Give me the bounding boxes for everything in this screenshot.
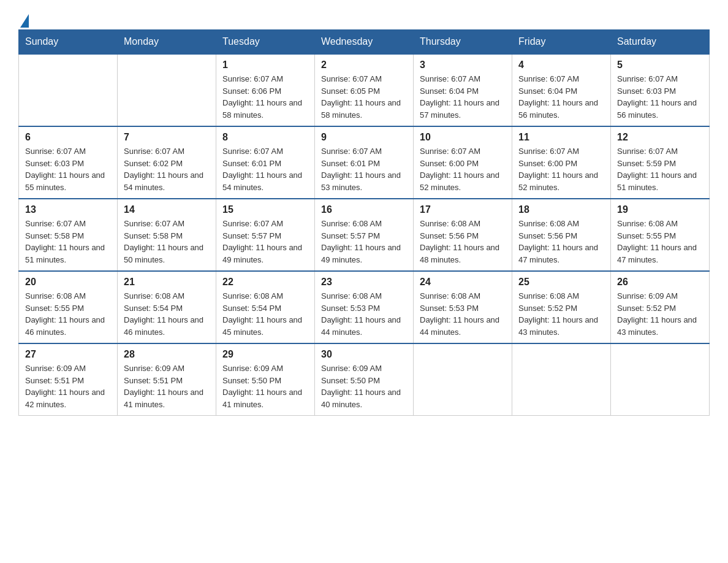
- day-info: Sunrise: 6:08 AMSunset: 5:54 PMDaylight:…: [124, 290, 210, 338]
- calendar-cell: 2Sunrise: 6:07 AMSunset: 6:05 PMDaylight…: [315, 54, 414, 126]
- calendar-cell: 23Sunrise: 6:08 AMSunset: 5:53 PMDayligh…: [315, 271, 414, 343]
- calendar-cell: 4Sunrise: 6:07 AMSunset: 6:04 PMDaylight…: [512, 54, 611, 126]
- day-info: Sunrise: 6:07 AMSunset: 6:01 PMDaylight:…: [222, 145, 308, 193]
- day-info: Sunrise: 6:08 AMSunset: 5:53 PMDaylight:…: [420, 290, 506, 338]
- calendar-week-row: 13Sunrise: 6:07 AMSunset: 5:58 PMDayligh…: [19, 199, 710, 271]
- weekday-header-wednesday: Wednesday: [315, 30, 414, 55]
- weekday-header-monday: Monday: [118, 30, 216, 55]
- day-info: Sunrise: 6:07 AMSunset: 5:58 PMDaylight:…: [124, 218, 210, 266]
- calendar-cell: 12Sunrise: 6:07 AMSunset: 5:59 PMDayligh…: [611, 126, 710, 199]
- day-number: 1: [222, 59, 308, 71]
- day-info: Sunrise: 6:07 AMSunset: 6:03 PMDaylight:…: [617, 73, 703, 121]
- day-info: Sunrise: 6:07 AMSunset: 6:02 PMDaylight:…: [124, 145, 210, 193]
- day-info: Sunrise: 6:08 AMSunset: 5:56 PMDaylight:…: [420, 218, 506, 266]
- weekday-header-saturday: Saturday: [611, 30, 710, 55]
- calendar-week-row: 27Sunrise: 6:09 AMSunset: 5:51 PMDayligh…: [19, 343, 710, 416]
- calendar-cell: 14Sunrise: 6:07 AMSunset: 5:58 PMDayligh…: [118, 199, 216, 271]
- day-number: 19: [617, 204, 703, 215]
- calendar-cell: 10Sunrise: 6:07 AMSunset: 6:00 PMDayligh…: [414, 126, 512, 199]
- calendar-cell: 6Sunrise: 6:07 AMSunset: 6:03 PMDaylight…: [19, 126, 118, 199]
- day-info: Sunrise: 6:09 AMSunset: 5:51 PMDaylight:…: [124, 362, 210, 410]
- day-info: Sunrise: 6:08 AMSunset: 5:56 PMDaylight:…: [518, 218, 604, 266]
- day-number: 9: [321, 132, 407, 143]
- day-info: Sunrise: 6:07 AMSunset: 6:01 PMDaylight:…: [321, 145, 407, 193]
- day-number: 24: [420, 277, 506, 288]
- day-info: Sunrise: 6:09 AMSunset: 5:50 PMDaylight:…: [222, 362, 308, 410]
- calendar-header-row: SundayMondayTuesdayWednesdayThursdayFrid…: [19, 30, 710, 55]
- weekday-header-sunday: Sunday: [19, 30, 118, 55]
- calendar-cell: 24Sunrise: 6:08 AMSunset: 5:53 PMDayligh…: [414, 271, 512, 343]
- calendar-cell: [611, 343, 710, 416]
- day-number: 20: [25, 277, 111, 288]
- calendar-cell: 11Sunrise: 6:07 AMSunset: 6:00 PMDayligh…: [512, 126, 611, 199]
- calendar-cell: 27Sunrise: 6:09 AMSunset: 5:51 PMDayligh…: [19, 343, 118, 416]
- day-info: Sunrise: 6:07 AMSunset: 6:03 PMDaylight:…: [25, 145, 111, 193]
- logo: [18, 12, 29, 23]
- calendar-cell: 17Sunrise: 6:08 AMSunset: 5:56 PMDayligh…: [414, 199, 512, 271]
- calendar-cell: 13Sunrise: 6:07 AMSunset: 5:58 PMDayligh…: [19, 199, 118, 271]
- day-number: 11: [518, 132, 604, 143]
- day-info: Sunrise: 6:09 AMSunset: 5:52 PMDaylight:…: [617, 290, 703, 338]
- calendar-cell: [512, 343, 611, 416]
- calendar-cell: 18Sunrise: 6:08 AMSunset: 5:56 PMDayligh…: [512, 199, 611, 271]
- day-number: 10: [420, 132, 506, 143]
- day-number: 18: [518, 204, 604, 215]
- calendar-cell: 20Sunrise: 6:08 AMSunset: 5:55 PMDayligh…: [19, 271, 118, 343]
- day-info: Sunrise: 6:08 AMSunset: 5:52 PMDaylight:…: [518, 290, 604, 338]
- day-number: 5: [617, 59, 703, 71]
- calendar-week-row: 20Sunrise: 6:08 AMSunset: 5:55 PMDayligh…: [19, 271, 710, 343]
- day-number: 23: [321, 277, 407, 288]
- logo-arrow-icon: [20, 14, 29, 28]
- calendar-cell: 1Sunrise: 6:07 AMSunset: 6:06 PMDaylight…: [216, 54, 315, 126]
- day-number: 7: [124, 132, 210, 143]
- day-number: 4: [518, 59, 604, 71]
- calendar-week-row: 6Sunrise: 6:07 AMSunset: 6:03 PMDaylight…: [19, 126, 710, 199]
- day-info: Sunrise: 6:08 AMSunset: 5:55 PMDaylight:…: [25, 290, 111, 338]
- weekday-header-friday: Friday: [512, 30, 611, 55]
- day-number: 2: [321, 59, 407, 71]
- day-info: Sunrise: 6:07 AMSunset: 5:57 PMDaylight:…: [222, 218, 308, 266]
- calendar-cell: 3Sunrise: 6:07 AMSunset: 6:04 PMDaylight…: [414, 54, 512, 126]
- day-number: 30: [321, 349, 407, 360]
- calendar-cell: 19Sunrise: 6:08 AMSunset: 5:55 PMDayligh…: [611, 199, 710, 271]
- calendar-cell: 21Sunrise: 6:08 AMSunset: 5:54 PMDayligh…: [118, 271, 216, 343]
- day-number: 22: [222, 277, 308, 288]
- day-info: Sunrise: 6:08 AMSunset: 5:55 PMDaylight:…: [617, 218, 703, 266]
- calendar-cell: [414, 343, 512, 416]
- day-info: Sunrise: 6:07 AMSunset: 6:00 PMDaylight:…: [420, 145, 506, 193]
- calendar-table: SundayMondayTuesdayWednesdayThursdayFrid…: [18, 29, 710, 416]
- calendar-cell: 5Sunrise: 6:07 AMSunset: 6:03 PMDaylight…: [611, 54, 710, 126]
- day-number: 28: [124, 349, 210, 360]
- calendar-cell: 9Sunrise: 6:07 AMSunset: 6:01 PMDaylight…: [315, 126, 414, 199]
- day-number: 3: [420, 59, 506, 71]
- day-info: Sunrise: 6:07 AMSunset: 6:00 PMDaylight:…: [518, 145, 604, 193]
- day-number: 25: [518, 277, 604, 288]
- calendar-week-row: 1Sunrise: 6:07 AMSunset: 6:06 PMDaylight…: [19, 54, 710, 126]
- day-info: Sunrise: 6:08 AMSunset: 5:53 PMDaylight:…: [321, 290, 407, 338]
- calendar-cell: 8Sunrise: 6:07 AMSunset: 6:01 PMDaylight…: [216, 126, 315, 199]
- day-info: Sunrise: 6:09 AMSunset: 5:51 PMDaylight:…: [25, 362, 111, 410]
- day-info: Sunrise: 6:08 AMSunset: 5:54 PMDaylight:…: [222, 290, 308, 338]
- day-number: 15: [222, 204, 308, 215]
- page-header: [18, 12, 710, 23]
- day-number: 27: [25, 349, 111, 360]
- calendar-cell: 15Sunrise: 6:07 AMSunset: 5:57 PMDayligh…: [216, 199, 315, 271]
- day-info: Sunrise: 6:07 AMSunset: 5:58 PMDaylight:…: [25, 218, 111, 266]
- weekday-header-thursday: Thursday: [414, 30, 512, 55]
- calendar-cell: [19, 54, 118, 126]
- day-info: Sunrise: 6:09 AMSunset: 5:50 PMDaylight:…: [321, 362, 407, 410]
- day-number: 17: [420, 204, 506, 215]
- day-number: 21: [124, 277, 210, 288]
- day-info: Sunrise: 6:07 AMSunset: 6:06 PMDaylight:…: [222, 73, 308, 121]
- day-info: Sunrise: 6:07 AMSunset: 5:59 PMDaylight:…: [617, 145, 703, 193]
- calendar-cell: 30Sunrise: 6:09 AMSunset: 5:50 PMDayligh…: [315, 343, 414, 416]
- calendar-cell: 7Sunrise: 6:07 AMSunset: 6:02 PMDaylight…: [118, 126, 216, 199]
- day-info: Sunrise: 6:07 AMSunset: 6:05 PMDaylight:…: [321, 73, 407, 121]
- day-number: 8: [222, 132, 308, 143]
- day-number: 13: [25, 204, 111, 215]
- day-number: 14: [124, 204, 210, 215]
- calendar-cell: 22Sunrise: 6:08 AMSunset: 5:54 PMDayligh…: [216, 271, 315, 343]
- day-number: 6: [25, 132, 111, 143]
- day-info: Sunrise: 6:08 AMSunset: 5:57 PMDaylight:…: [321, 218, 407, 266]
- day-info: Sunrise: 6:07 AMSunset: 6:04 PMDaylight:…: [518, 73, 604, 121]
